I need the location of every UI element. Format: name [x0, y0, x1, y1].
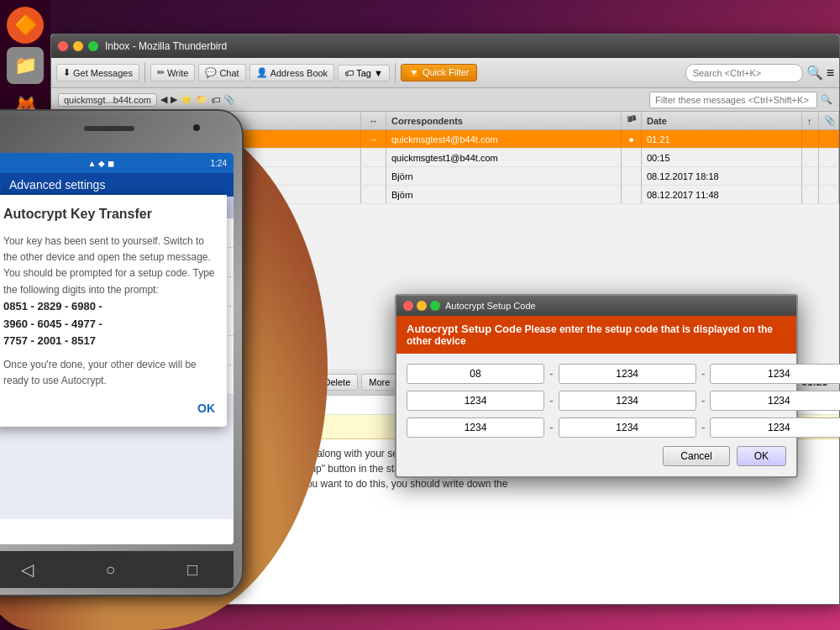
message-flag: [622, 149, 642, 166]
phone-nav-bar: ← Advanced settings: [0, 173, 234, 197]
code-row-3: - -: [407, 417, 786, 438]
back-nav-icon[interactable]: ◁: [21, 559, 34, 580]
chat-icon: 💬: [205, 67, 217, 78]
message-sort: [802, 149, 819, 166]
nav-icon-left[interactable]: ◀: [160, 94, 167, 105]
dialog-title-text: Autocrypt Setup Code: [445, 301, 536, 311]
dialog-header: Autocrypt Setup Code Please enter the se…: [396, 316, 796, 354]
phone-dialog-ok-area: OK: [0, 402, 227, 427]
message-sort: [802, 167, 819, 185]
star-icon: ⭐: [181, 94, 192, 105]
home-nav-icon[interactable]: ○: [105, 560, 115, 580]
filter-input[interactable]: [649, 92, 817, 108]
dialog-buttons: Cancel OK: [407, 446, 786, 466]
chat-button[interactable]: 💬 Chat: [198, 64, 245, 81]
address-book-button[interactable]: 👤 Address Book: [249, 64, 334, 81]
main-toolbar: ⬇ Get Messages ✏ Write 💬 Chat 👤 Address …: [51, 58, 839, 88]
code-input-1-1[interactable]: [407, 364, 544, 384]
window-title: Inbox - Mozilla Thunderbird: [105, 40, 227, 52]
minimize-button[interactable]: [73, 41, 83, 51]
phone-screen-title: Advanced settings: [9, 178, 105, 192]
autocrypt-setup-dialog: Autocrypt Setup Code Autocrypt Setup Cod…: [395, 294, 798, 478]
phone-status-icons: ▲ ◆ ◼: [88, 159, 114, 168]
recents-nav-icon[interactable]: □: [187, 560, 197, 580]
folder-icon: 📁: [196, 94, 207, 105]
message-icon: [361, 167, 386, 185]
filter-search-icon[interactable]: 🔍: [821, 94, 832, 105]
message-flag: ●: [622, 130, 642, 148]
dialog-max-button[interactable]: [430, 301, 440, 311]
sort-column-header[interactable]: ↑: [802, 112, 819, 129]
ok-button[interactable]: OK: [737, 446, 786, 466]
phone-ok-button[interactable]: OK: [197, 402, 215, 415]
dialog-close-button[interactable]: [403, 301, 413, 311]
message-icon: [361, 149, 386, 166]
code-input-3-1[interactable]: [407, 417, 544, 438]
code-input-2-1[interactable]: [407, 391, 544, 411]
message-date: 01:21: [642, 130, 802, 148]
cancel-button[interactable]: Cancel: [663, 446, 729, 466]
phone-status-bar: ▲ ◆ ◼ 1:24: [0, 153, 234, 173]
nav-icon-right[interactable]: ▶: [171, 94, 177, 105]
message-date: 00:15: [642, 149, 802, 166]
phone-dialog-text-1: Your key has been sent to yourself. Swit…: [3, 234, 215, 298]
tag-icon: 🏷: [344, 68, 354, 78]
tag-button[interactable]: 🏷 Tag ▼: [338, 65, 390, 81]
message-attach: [819, 149, 839, 166]
message-attach: [819, 186, 839, 203]
code-input-1-2[interactable]: [559, 364, 696, 384]
phone-dialog-code-1: 0851 - 2829 - 6980 -: [3, 298, 215, 316]
flag-column-header: 🏴: [622, 112, 642, 129]
date-column-header[interactable]: Date: [642, 112, 802, 129]
message-correspondent: Björn: [386, 186, 622, 203]
attachment-icon: 📎: [223, 94, 235, 105]
code-input-2-2[interactable]: [559, 391, 696, 411]
menu-icon[interactable]: ≡: [827, 66, 834, 81]
phone-dialog-title: Autocrypt Key Transfer: [0, 197, 227, 227]
dialog-header-title: Autocrypt Setup Code: [407, 323, 522, 335]
files-launcher-icon[interactable]: 📁: [7, 47, 44, 84]
code-sep-6: -: [701, 421, 706, 434]
phone-camera: [193, 124, 200, 131]
message-correspondent: quickmsgtest4@b44t.com: [386, 130, 622, 148]
message-date: 08.12.2017 18:18: [642, 167, 802, 185]
search-bar: 🔍 ≡: [685, 64, 834, 82]
maximize-button[interactable]: [88, 41, 98, 51]
correspondents-column-header[interactable]: Correspondents: [386, 112, 622, 129]
code-input-3-3[interactable]: [710, 417, 840, 438]
message-icon: →: [361, 130, 386, 148]
get-messages-button[interactable]: ⬇ Get Messages: [56, 64, 139, 81]
phone-dialog-text-2: Once you're done, your other device will…: [3, 357, 215, 389]
dialog-min-button[interactable]: [417, 301, 427, 311]
code-sep-5: -: [549, 421, 554, 434]
attach-column-header: 📎: [819, 112, 839, 129]
write-button[interactable]: ✏ Write: [150, 64, 195, 81]
phone-body: ▲ ◆ ◼ 1:24 ← Advanced settings Account s…: [0, 109, 244, 596]
quick-filter-button[interactable]: 🔽 Quick Filter: [401, 64, 477, 81]
message-attach: [819, 130, 839, 148]
code-input-1-3[interactable]: [710, 364, 840, 384]
phone-screen: ▲ ◆ ◼ 1:24 ← Advanced settings Account s…: [0, 153, 234, 544]
phone-speaker: [84, 126, 134, 131]
back-arrow-icon[interactable]: ←: [0, 179, 3, 192]
message-sort: [802, 130, 819, 148]
message-date: 08.12.2017 11:48: [642, 186, 802, 203]
code-row-2: - -: [407, 391, 786, 411]
code-sep-4: -: [701, 394, 706, 407]
close-button[interactable]: [58, 41, 68, 51]
code-row-1: - -: [407, 364, 786, 384]
code-input-2-3[interactable]: [710, 391, 840, 411]
phone-dialog-code-2: 3960 - 6045 - 4977 -: [3, 316, 215, 333]
code-input-3-2[interactable]: [559, 417, 696, 438]
search-icon[interactable]: 🔍: [806, 65, 823, 81]
phone-content: Account settings A... F... S... Autocryp…: [0, 197, 234, 519]
code-sep-2: -: [701, 367, 706, 381]
phone-dialog-body: Your key has been sent to yourself. Swit…: [0, 227, 227, 402]
tag-filter-icon: 🏷: [211, 95, 220, 105]
code-sep-3: -: [549, 394, 554, 407]
ubuntu-launcher-icon[interactable]: 🔶: [7, 7, 44, 44]
account-label[interactable]: quickmsgt...b44t.com: [58, 93, 157, 107]
dialog-body: - - - - - - Cancel OK: [396, 354, 796, 476]
phone-container: ▲ ◆ ◼ 1:24 ← Advanced settings Account s…: [0, 109, 328, 613]
search-input[interactable]: [685, 64, 803, 82]
